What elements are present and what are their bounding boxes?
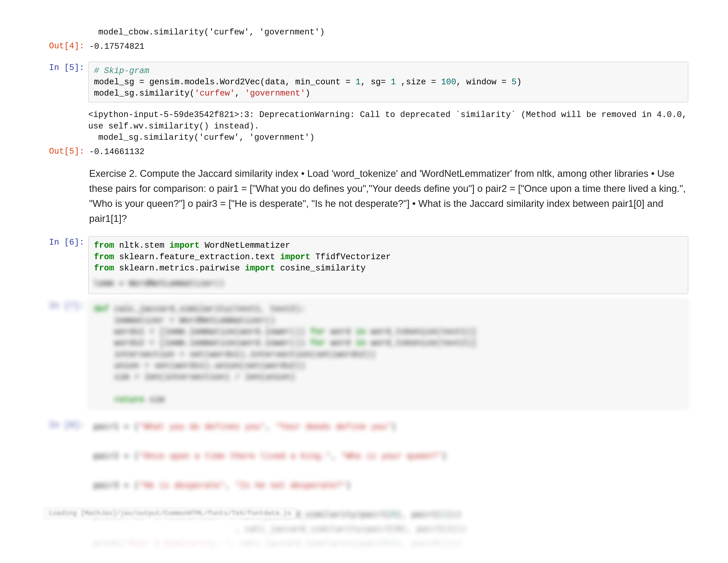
code-7: def calc_jaccard_similarity(text1, text2…: [94, 304, 683, 405]
mathjax-status: Loading [MathJax]/jax/output/CommonHTML/…: [44, 508, 296, 519]
code-5[interactable]: # Skip-gram model_sg = gensim.models.Wor…: [94, 65, 683, 99]
out-prompt-4: Out[4]:: [40, 40, 88, 51]
in-prompt-5: In [5]:: [40, 62, 88, 72]
code-input-8: pair1 = ["What you do defines you", "You…: [88, 419, 688, 551]
markdown-exercise2: Exercise 2. Compute the Jaccard similari…: [88, 161, 688, 234]
code-6[interactable]: from nltk.stem import WordNetLemmatizer …: [94, 240, 683, 274]
empty-prompt: [40, 26, 88, 28]
out-value-5-text: -0.14661132: [89, 146, 688, 157]
cell-out-4: Out[4]: -0.17574821: [40, 40, 688, 53]
out-value-4: -0.17574821: [88, 40, 688, 53]
cell-in-5[interactable]: In [5]: # Skip-gram model_sg = gensim.mo…: [40, 62, 688, 103]
empty-prompt-5: [40, 109, 88, 110]
stderr-5-text: <ipython-input-5-59de3542f821>:3: Deprec…: [88, 109, 688, 143]
code-input-5[interactable]: # Skip-gram model_sg = gensim.models.Wor…: [88, 62, 688, 103]
in-prompt-6: In [6]:: [40, 236, 88, 247]
cell-in-6[interactable]: In [6]: from nltk.stem import WordNetLem…: [40, 236, 688, 294]
empty-prompt-md: [40, 161, 88, 162]
code-input-6[interactable]: from nltk.stem import WordNetLemmatizer …: [88, 236, 688, 294]
output-fragment-prev: model_cbow.similarity('curfew', 'governm…: [40, 26, 688, 38]
cell-out-5: Out[5]: -0.14661132: [40, 145, 688, 158]
in-prompt-8: In [8]:: [40, 419, 88, 430]
code-input-7: def calc_jaccard_similarity(text1, text2…: [88, 300, 688, 409]
in-prompt-7: In [7]:: [40, 300, 88, 311]
stderr-line: model_cbow.similarity('curfew', 'governm…: [88, 26, 688, 38]
stderr-5: <ipython-input-5-59de3542f821>:3: Deprec…: [88, 109, 688, 143]
cell-stderr-5: <ipython-input-5-59de3542f821>:3: Deprec…: [40, 109, 688, 143]
out-value-5: -0.14661132: [88, 145, 688, 158]
out-prompt-5: Out[5]:: [40, 145, 88, 156]
cell-in-7: In [7]: def calc_jaccard_similarity(text…: [40, 300, 688, 409]
cell-in-8: In [8]: pair1 = ["What you do defines yo…: [40, 419, 688, 551]
notebook-page: model_cbow.similarity('curfew', 'governm…: [0, 0, 728, 563]
stderr-fragment: model_cbow.similarity('curfew', 'governm…: [88, 26, 688, 38]
out-value-4-text: -0.17574821: [89, 41, 688, 52]
cell-markdown-exercise2: Exercise 2. Compute the Jaccard similari…: [40, 161, 688, 234]
